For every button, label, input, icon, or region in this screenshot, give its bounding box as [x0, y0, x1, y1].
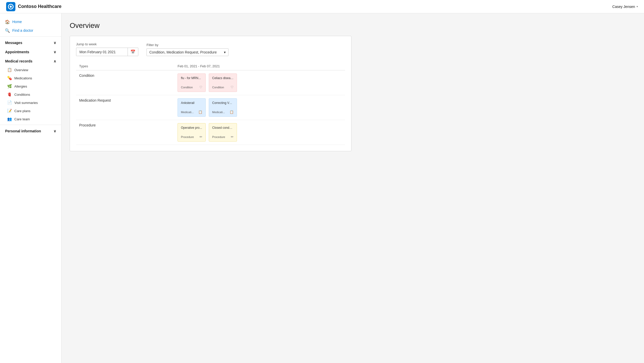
medication-row: Medication Request Anksterail Medicati..…	[76, 95, 345, 120]
sidebar-find-doctor-label: Find a doctor	[12, 28, 33, 33]
procedure-card-1-type: Procedure	[181, 135, 194, 138]
sidebar-section-appointments[interactable]: Appointments ∨	[0, 47, 61, 57]
calendar-button[interactable]: 📅	[128, 48, 138, 56]
condition-cards: flu - for MRN... Condition ♡ Celiacs dis…	[178, 73, 342, 92]
condition-card-2-footer: Condition ♡	[212, 85, 234, 89]
medication-card-2-icon: 📋	[230, 110, 234, 114]
user-menu-button[interactable]: Casey Jensen ▾	[612, 5, 638, 9]
care-plans-icon: 📝	[7, 109, 12, 113]
condition-card-1-footer: Condition ♡	[181, 85, 202, 89]
header-left: Contoso Healthcare	[6, 2, 61, 11]
care-team-icon: 👥	[7, 117, 12, 121]
sidebar-item-allergies[interactable]: 🌿 Allergies	[0, 82, 61, 90]
sidebar-home-label: Home	[12, 20, 22, 24]
sidebar-item-home[interactable]: 🏠 Home	[0, 17, 61, 26]
medication-card-2-title: Correcting Vei...	[212, 101, 234, 105]
sidebar-divider-1	[0, 36, 61, 37]
condition-row: Condition flu - for MRN... Condition ♡	[76, 70, 345, 95]
sidebar-item-conditions[interactable]: 🫀 Conditions	[0, 90, 61, 99]
filter-by-label: Filter by	[147, 43, 228, 47]
care-plans-label: Care plans	[14, 109, 30, 113]
medical-records-sub-items: 📋 Overview 💊 Medications 🌿 Allergies 🫀 C…	[0, 66, 61, 123]
sidebar-section-messages[interactable]: Messages ∨	[0, 38, 61, 47]
procedure-card-2-footer: Procedure ✏	[212, 135, 234, 139]
medical-records-chevron-icon: ∧	[54, 59, 56, 63]
sidebar-section-personal-information[interactable]: Personal information ∨	[0, 126, 61, 136]
medications-icon: 💊	[7, 76, 12, 80]
procedure-card-1-title: Operative pro...	[181, 126, 202, 130]
calendar-icon: 📅	[130, 49, 136, 54]
sidebar-item-medications[interactable]: 💊 Medications	[0, 74, 61, 82]
procedure-card-1-footer: Procedure ✏	[181, 135, 202, 139]
condition-card-1-title: flu - for MRN...	[181, 76, 202, 80]
sidebar-item-visit-summaries[interactable]: 📄 Visit summaries	[0, 99, 61, 107]
date-input-wrap[interactable]: 📅	[76, 48, 138, 56]
procedure-card-2-icon: ✏	[231, 135, 234, 139]
procedure-card-2-title: Closed condyl...	[212, 126, 234, 130]
jump-to-week-group: Jump to week 📅	[76, 42, 138, 56]
app-logo	[6, 2, 15, 11]
sidebar-item-overview[interactable]: 📋 Overview	[0, 66, 61, 74]
overview-icon: 📋	[7, 68, 12, 72]
visit-summaries-icon: 📄	[7, 100, 12, 105]
care-team-label: Care team	[14, 117, 30, 121]
page-title: Overview	[70, 22, 636, 30]
medication-card-2-footer: Medicati... 📋	[212, 110, 234, 114]
condition-card-2[interactable]: Celiacs diseas... Condition ♡	[209, 73, 237, 92]
app-header: Contoso Healthcare Casey Jensen ▾	[0, 0, 644, 13]
logo-icon	[8, 4, 14, 9]
sidebar-section-medical-records[interactable]: Medical records ∧	[0, 57, 61, 66]
user-name-label: Casey Jensen	[612, 5, 635, 9]
filter-dropdown-chevron-icon: ▾	[224, 50, 226, 54]
medication-card-1-type: Medicati...	[181, 111, 194, 114]
medication-card-1-footer: Medicati... 📋	[181, 110, 202, 114]
filter-value-label: Condition, Medication Request, Procedure	[149, 50, 217, 54]
condition-card-2-icon: ♡	[231, 85, 234, 89]
conditions-icon: 🫀	[7, 92, 12, 97]
personal-info-section-label: Personal information	[5, 129, 41, 133]
page-layout: 🏠 Home 🔍 Find a doctor Messages ∨ Appoin…	[0, 13, 644, 363]
procedure-row: Procedure Operative pro... Procedure ✏	[76, 120, 345, 145]
sidebar-item-find-doctor[interactable]: 🔍 Find a doctor	[0, 26, 61, 35]
procedure-cards: Operative pro... Procedure ✏ Closed cond…	[178, 123, 342, 142]
visit-summaries-label: Visit summaries	[14, 101, 38, 105]
overview-label: Overview	[14, 68, 28, 72]
procedure-card-1-icon: ✏	[200, 135, 202, 139]
procedure-card-1[interactable]: Operative pro... Procedure ✏	[178, 123, 206, 142]
main-content: Overview Jump to week 📅 Filter by	[61, 13, 644, 363]
sidebar-divider-2	[0, 125, 61, 125]
condition-card-2-type: Condition	[212, 86, 224, 89]
medical-records-section-label: Medical records	[5, 59, 33, 63]
medication-card-2-type: Medicati...	[212, 111, 225, 114]
medication-card-1[interactable]: Anksterail Medicati... 📋	[178, 98, 206, 117]
sidebar: 🏠 Home 🔍 Find a doctor Messages ∨ Appoin…	[0, 13, 61, 363]
medication-cards-cell: Anksterail Medicati... 📋 Correcting Vei.…	[174, 95, 345, 120]
appointments-section-label: Appointments	[5, 50, 29, 54]
home-icon: 🏠	[5, 19, 10, 24]
medication-type-label: Medication Request	[76, 95, 174, 120]
user-dropdown-chevron-icon: ▾	[637, 5, 638, 8]
app-title: Contoso Healthcare	[18, 4, 61, 9]
col-types-header: Types	[76, 62, 174, 70]
sidebar-item-care-team[interactable]: 👥 Care team	[0, 115, 61, 123]
filter-select[interactable]: Condition, Medication Request, Procedure…	[147, 48, 228, 56]
condition-card-1-icon: ♡	[199, 85, 202, 89]
appointments-chevron-icon: ∨	[54, 50, 56, 54]
date-input[interactable]	[76, 48, 128, 56]
personal-info-chevron-icon: ∨	[54, 129, 56, 133]
allergies-icon: 🌿	[7, 84, 12, 89]
find-doctor-icon: 🔍	[5, 28, 10, 33]
condition-card-1[interactable]: flu - for MRN... Condition ♡	[178, 73, 206, 92]
procedure-card-2-type: Procedure	[212, 135, 225, 138]
conditions-label: Conditions	[14, 93, 30, 97]
medication-cards: Anksterail Medicati... 📋 Correcting Vei.…	[178, 98, 342, 117]
sidebar-item-care-plans[interactable]: 📝 Care plans	[0, 107, 61, 115]
medication-card-1-icon: 📋	[198, 110, 202, 114]
medication-card-1-title: Anksterail	[181, 101, 202, 105]
medications-label: Medications	[14, 76, 32, 80]
jump-to-week-label: Jump to week	[76, 42, 138, 46]
overview-table: Types Feb 01, 2021 - Feb 07, 2021 Condit…	[76, 62, 345, 145]
condition-type-label: Condition	[76, 70, 174, 95]
procedure-card-2[interactable]: Closed condyl... Procedure ✏	[209, 123, 237, 142]
medication-card-2[interactable]: Correcting Vei... Medicati... 📋	[209, 98, 237, 117]
